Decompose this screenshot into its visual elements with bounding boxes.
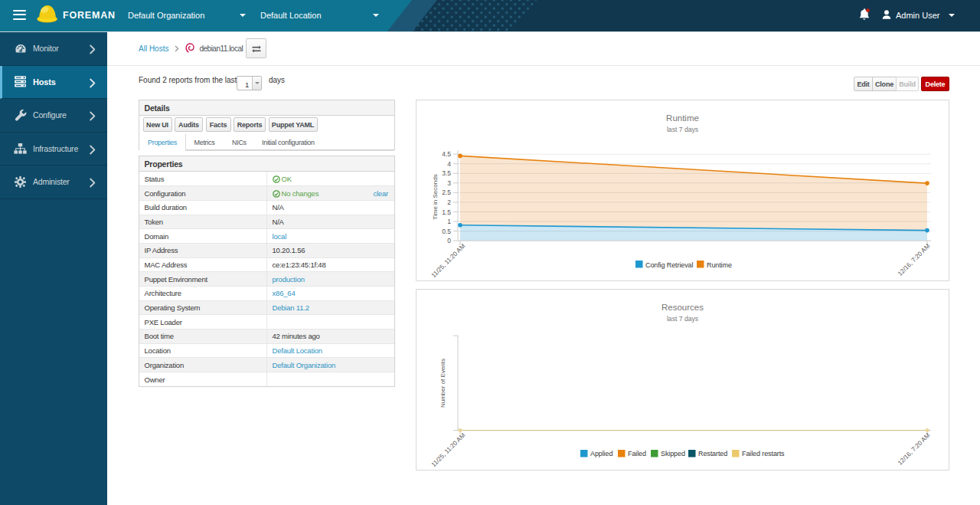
svg-text:4: 4 bbox=[447, 160, 451, 168]
svg-text:Failed restarts: Failed restarts bbox=[742, 450, 785, 457]
svg-text:1: 1 bbox=[447, 218, 451, 225]
svg-text:Failed: Failed bbox=[628, 450, 646, 457]
svg-text:Number of Events: Number of Events bbox=[439, 359, 446, 408]
svg-text:Runtime: Runtime bbox=[707, 261, 732, 269]
svg-text:3: 3 bbox=[447, 179, 451, 187]
svg-text:3.5: 3.5 bbox=[442, 169, 451, 177]
svg-text:11/25, 11:20 AM: 11/25, 11:20 AM bbox=[430, 431, 467, 468]
svg-text:Restarted: Restarted bbox=[698, 450, 727, 457]
svg-text:12/16, 7:20 AM: 12/16, 7:20 AM bbox=[897, 431, 931, 466]
svg-text:Config Retrieval: Config Retrieval bbox=[645, 261, 694, 269]
svg-text:12/16, 7:20 AM: 12/16, 7:20 AM bbox=[897, 242, 931, 277]
svg-text:Time in Seconds: Time in Seconds bbox=[432, 174, 439, 219]
svg-text:0: 0 bbox=[447, 237, 451, 244]
svg-text:2: 2 bbox=[447, 198, 451, 206]
svg-text:Applied: Applied bbox=[590, 450, 612, 457]
svg-text:11/25, 11:20 AM: 11/25, 11:20 AM bbox=[430, 242, 467, 279]
svg-text:0.5: 0.5 bbox=[442, 228, 451, 235]
svg-text:Skipped: Skipped bbox=[661, 450, 685, 457]
svg-text:1.5: 1.5 bbox=[442, 208, 451, 216]
svg-text:2.5: 2.5 bbox=[442, 189, 451, 196]
svg-text:4.5: 4.5 bbox=[442, 150, 451, 158]
